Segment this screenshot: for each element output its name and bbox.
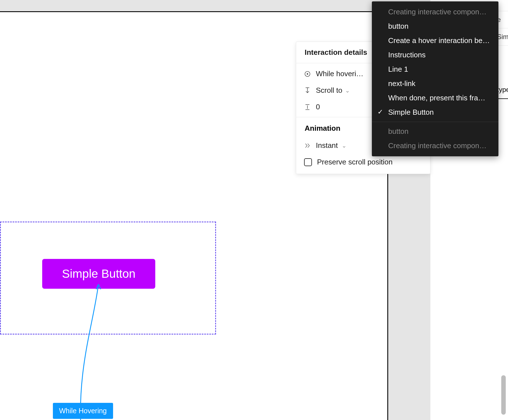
dropdown-item[interactable]: Create a hover interaction bet… <box>372 33 498 48</box>
dropdown-item[interactable]: next-link <box>372 76 498 91</box>
interaction-trigger-badge-text: While Hovering <box>59 407 107 415</box>
animation-type-label: Instant <box>316 141 338 150</box>
offset-vertical-icon <box>304 104 311 110</box>
target-icon <box>304 71 311 77</box>
dropdown-item-label: Creating interactive components <box>388 141 493 150</box>
dropdown-item[interactable]: button <box>372 19 498 33</box>
simple-button-label: Simple Button <box>62 267 135 281</box>
vertical-scrollbar[interactable] <box>501 375 506 415</box>
preserve-scroll-row[interactable]: Preserve scroll position <box>296 154 430 174</box>
action-label: Scroll to <box>316 86 342 95</box>
scroll-target-dropdown: Creating interactive components button C… <box>372 1 498 156</box>
dropdown-item[interactable]: Instructions <box>372 48 498 62</box>
simple-button-component[interactable]: Simple Button <box>42 259 155 289</box>
dropdown-item[interactable]: Line 1 <box>372 62 498 76</box>
dropdown-item[interactable]: Creating interactive components <box>372 5 498 19</box>
sidebar-row-fragment-2-text: Sim <box>497 33 508 41</box>
preserve-scroll-label: Preserve scroll position <box>317 158 422 166</box>
interaction-trigger-badge[interactable]: While Hovering <box>53 403 113 419</box>
dropdown-item-label: next-link <box>388 79 415 88</box>
instant-icon <box>304 143 311 149</box>
svg-point-1 <box>307 73 308 74</box>
dropdown-item-selected[interactable]: Simple Button <box>372 105 498 119</box>
sidebar-prototype-tab-text: type <box>497 86 508 94</box>
dropdown-item[interactable]: When done, present this frame… <box>372 91 498 105</box>
dropdown-item-label: Instructions <box>388 51 426 59</box>
dropdown-item[interactable]: button <box>372 124 498 139</box>
dropdown-item-label: Creating interactive components <box>388 8 493 16</box>
dropdown-item-label: button <box>388 22 408 30</box>
dropdown-item-label: button <box>388 127 408 136</box>
dropdown-item-label: When done, present this frame… <box>388 94 496 102</box>
dropdown-item-label: Line 1 <box>388 65 408 73</box>
dropdown-item-label: Create a hover interaction bet… <box>388 36 492 45</box>
dropdown-item[interactable]: Creating interactive components <box>372 139 498 153</box>
preserve-scroll-checkbox[interactable] <box>304 158 312 166</box>
scroll-to-icon <box>304 87 311 94</box>
dropdown-item-label: Simple Button <box>388 108 434 116</box>
dropdown-divider <box>372 122 498 122</box>
